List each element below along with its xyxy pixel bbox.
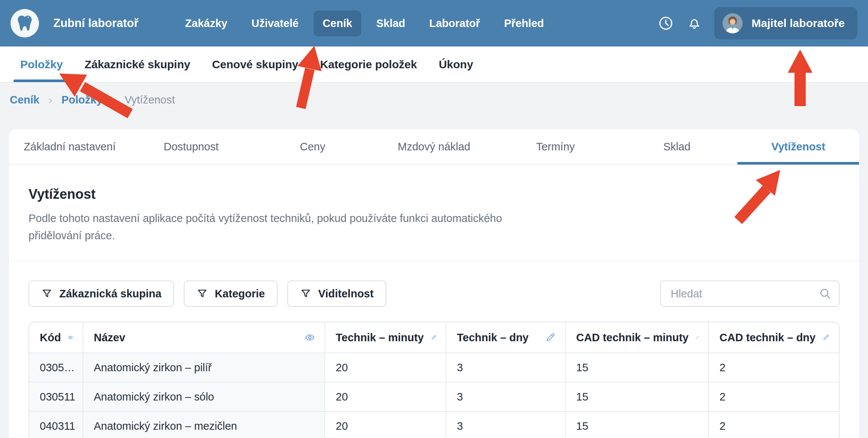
pencil-icon[interactable] xyxy=(695,332,699,343)
column-label: Technik – minuty xyxy=(336,332,424,344)
tab-zakladni-nastaveni[interactable]: Základní nastavení xyxy=(9,129,131,164)
subnav-label: Cenové skupiny xyxy=(212,58,298,71)
cell-cad-technik-minuty[interactable]: 15 xyxy=(565,411,708,438)
history-button[interactable] xyxy=(657,15,674,32)
filter-kategorie[interactable]: Kategorie xyxy=(184,280,278,307)
column-header-nazev[interactable]: Název xyxy=(83,322,324,352)
tab-label: Termíny xyxy=(536,141,575,153)
tab-label: Ceny xyxy=(300,141,325,153)
breadcrumb-polozky[interactable]: Položky xyxy=(62,94,103,106)
table-toolbar: Zákaznická skupina Kategorie Viditelnost xyxy=(9,261,859,307)
cell-technik-minuty[interactable]: 20 xyxy=(324,382,446,411)
filter-viditelnost[interactable]: Viditelnost xyxy=(287,280,386,307)
cell-kod: 040311 xyxy=(29,411,83,438)
subnav-item-ukony[interactable]: Úkony xyxy=(439,46,473,82)
user-name: Majitel laboratoře xyxy=(752,17,845,30)
nav-item-prehled[interactable]: Přehled xyxy=(495,10,553,36)
active-tab-underline xyxy=(737,162,859,165)
table-row[interactable]: 040311 Anatomický zirkon – mezičlen 20 3… xyxy=(29,411,839,438)
tab-ceny[interactable]: Ceny xyxy=(252,129,373,164)
filter-group: Zákaznická skupina Kategorie Viditelnost xyxy=(29,280,386,307)
cell-cad-technik-dny[interactable]: 2 xyxy=(708,411,839,438)
eye-icon[interactable] xyxy=(304,332,315,343)
subnav-item-zakaznicke-skupiny[interactable]: Zákaznické skupiny xyxy=(84,46,190,82)
filter-label: Kategorie xyxy=(215,288,265,300)
cell-cad-technik-minuty[interactable]: 15 xyxy=(565,352,708,382)
cell-technik-dny[interactable]: 3 xyxy=(446,382,565,411)
subnav-item-kategorie-polozek[interactable]: Kategorie položek xyxy=(320,46,417,82)
cell-technik-dny[interactable]: 3 xyxy=(446,411,565,438)
breadcrumb-separator: › xyxy=(111,93,116,107)
clock-icon xyxy=(658,15,674,31)
filter-label: Zákaznická skupina xyxy=(59,288,161,300)
cell-nazev: Anatomický zirkon – sólo xyxy=(83,382,324,411)
navbar-right: Majitel laboratoře xyxy=(657,7,857,39)
active-tab-underline xyxy=(14,80,69,82)
funnel-icon xyxy=(300,288,311,299)
nav-item-uzivatele[interactable]: Uživatelé xyxy=(242,10,308,36)
nav-item-zakazky[interactable]: Zakázky xyxy=(176,10,236,36)
breadcrumb-current: Vytíženost xyxy=(125,94,175,106)
top-navbar: Zubní laboratoř Zakázky Uživatelé Ceník … xyxy=(0,0,868,46)
tab-label: Mzdový náklad xyxy=(398,141,470,153)
page-description: Podle tohoto nastavení aplikace počítá v… xyxy=(29,210,516,244)
pencil-icon[interactable] xyxy=(822,332,830,343)
pencil-icon[interactable] xyxy=(431,332,437,343)
tab-sklad[interactable]: Sklad xyxy=(616,129,738,164)
brand-title: Zubní laboratoř xyxy=(53,16,138,30)
search-input[interactable] xyxy=(660,280,839,307)
tooth-icon xyxy=(14,12,36,34)
notifications-button[interactable] xyxy=(686,15,703,32)
eye-icon[interactable] xyxy=(68,332,74,343)
column-header-technik-dny[interactable]: Technik – dny xyxy=(446,322,565,352)
table-row[interactable]: 0305… Anatomický zirkon – pilíř 20 3 15 … xyxy=(29,352,839,382)
cell-nazev: Anatomický zirkon – pilíř xyxy=(83,352,324,382)
items-table: Kód Název xyxy=(29,322,839,438)
subnav-label: Kategorie položek xyxy=(320,58,417,71)
main-nav: Zakázky Uživatelé Ceník Sklad Laboratoř … xyxy=(176,10,553,36)
nav-item-laborator[interactable]: Laboratoř xyxy=(420,10,489,36)
table-row[interactable]: 030511 Anatomický zirkon – sólo 20 3 15 … xyxy=(29,382,839,411)
tab-label: Dostupnost xyxy=(164,141,219,153)
column-header-cad-technik-dny[interactable]: CAD technik – dny xyxy=(708,322,839,352)
tab-mzdovy-naklad[interactable]: Mzdový náklad xyxy=(373,129,495,164)
tab-label: Základní nastavení xyxy=(24,141,116,153)
cell-cad-technik-dny[interactable]: 2 xyxy=(708,352,839,382)
column-header-technik-minuty[interactable]: Technik – minuty xyxy=(324,322,446,352)
breadcrumb-separator: › xyxy=(48,93,53,107)
column-header-cad-technik-minuty[interactable]: CAD technik – minuty xyxy=(565,322,708,352)
table-header-row: Kód Název xyxy=(29,322,839,352)
search-box xyxy=(660,280,839,307)
nav-item-sklad[interactable]: Sklad xyxy=(367,10,414,36)
subnav-item-cenove-skupiny[interactable]: Cenové skupiny xyxy=(212,46,298,82)
tab-dostupnost[interactable]: Dostupnost xyxy=(131,129,252,164)
search-icon xyxy=(818,287,832,302)
breadcrumb-cenik[interactable]: Ceník xyxy=(10,94,39,106)
app-logo[interactable] xyxy=(11,9,39,38)
cell-technik-minuty[interactable]: 20 xyxy=(324,411,446,438)
column-label: Technik – dny xyxy=(457,332,529,344)
user-menu[interactable]: Majitel laboratoře xyxy=(714,7,857,39)
subnav-label: Úkony xyxy=(439,58,473,71)
subnav-label: Zákaznické skupiny xyxy=(84,58,190,71)
column-label: Název xyxy=(94,332,125,344)
column-label: CAD technik – dny xyxy=(719,332,815,344)
cell-kod: 030511 xyxy=(29,382,83,411)
tab-vytizenost[interactable]: Vytíženost xyxy=(737,129,859,164)
cell-cad-technik-minuty[interactable]: 15 xyxy=(565,382,708,411)
cell-cad-technik-dny[interactable]: 2 xyxy=(708,382,839,411)
detail-tabs: Základní nastavení Dostupnost Ceny Mzdov… xyxy=(9,129,859,165)
content-card: Základní nastavení Dostupnost Ceny Mzdov… xyxy=(9,129,859,438)
column-header-kod[interactable]: Kód xyxy=(29,322,83,352)
app-window: Zubní laboratoř Zakázky Uživatelé Ceník … xyxy=(0,0,868,438)
bell-icon xyxy=(687,16,702,31)
filter-zakaznicka-skupina[interactable]: Zákaznická skupina xyxy=(29,280,174,307)
nav-item-cenik[interactable]: Ceník xyxy=(314,10,361,36)
cell-technik-minuty[interactable]: 20 xyxy=(324,352,446,382)
subnav-label: Položky xyxy=(20,58,63,71)
tab-terminy[interactable]: Termíny xyxy=(495,129,616,164)
funnel-icon xyxy=(41,288,53,299)
subnav-item-polozky[interactable]: Položky xyxy=(20,46,63,82)
cell-technik-dny[interactable]: 3 xyxy=(446,352,565,382)
pencil-icon[interactable] xyxy=(545,332,556,343)
